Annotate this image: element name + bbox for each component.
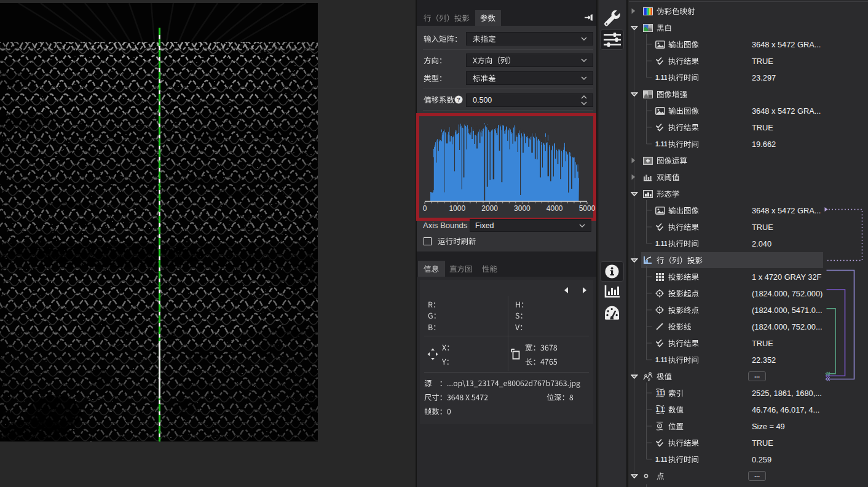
- svg-text:?: ?: [457, 96, 460, 103]
